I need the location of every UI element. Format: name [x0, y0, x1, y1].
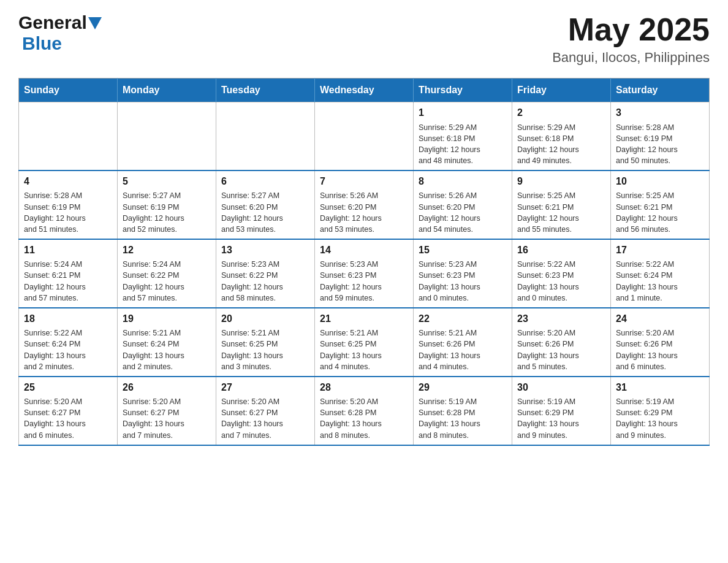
calendar-week-row: 11Sunrise: 5:24 AMSunset: 6:21 PMDayligh… [19, 239, 710, 308]
day-info: Sunrise: 5:24 AMSunset: 6:21 PMDaylight:… [24, 259, 112, 304]
day-number: 5 [123, 175, 211, 188]
calendar-day-cell: 28Sunrise: 5:20 AMSunset: 6:28 PMDayligh… [315, 377, 414, 445]
day-info: Sunrise: 5:22 AMSunset: 6:23 PMDaylight:… [517, 259, 605, 304]
empty-cell [315, 102, 414, 170]
calendar-day-cell: 12Sunrise: 5:24 AMSunset: 6:22 PMDayligh… [118, 239, 216, 308]
day-info: Sunrise: 5:27 AMSunset: 6:20 PMDaylight:… [221, 190, 309, 235]
column-header-wednesday: Wednesday [315, 79, 414, 102]
calendar-day-cell: 8Sunrise: 5:26 AMSunset: 6:20 PMDaylight… [414, 170, 512, 239]
calendar-day-cell: 25Sunrise: 5:20 AMSunset: 6:27 PMDayligh… [19, 377, 118, 445]
column-header-friday: Friday [512, 79, 611, 102]
calendar-day-cell: 26Sunrise: 5:20 AMSunset: 6:27 PMDayligh… [118, 377, 216, 445]
day-number: 21 [320, 312, 408, 326]
day-number: 15 [419, 243, 507, 257]
calendar-day-cell: 4Sunrise: 5:28 AMSunset: 6:19 PMDaylight… [19, 170, 118, 239]
logo: General Blue [18, 12, 102, 54]
calendar-day-cell: 10Sunrise: 5:25 AMSunset: 6:21 PMDayligh… [611, 170, 710, 239]
day-number: 4 [24, 175, 112, 188]
calendar-day-cell: 7Sunrise: 5:26 AMSunset: 6:20 PMDaylight… [315, 170, 414, 239]
day-info: Sunrise: 5:25 AMSunset: 6:21 PMDaylight:… [517, 190, 605, 235]
day-number: 29 [419, 381, 507, 394]
column-header-saturday: Saturday [611, 79, 710, 102]
svg-marker-0 [88, 17, 102, 29]
day-number: 13 [221, 243, 309, 257]
day-number: 24 [616, 312, 704, 326]
day-number: 26 [123, 381, 211, 394]
day-number: 16 [517, 243, 605, 257]
column-header-thursday: Thursday [414, 79, 512, 102]
day-info: Sunrise: 5:20 AMSunset: 6:27 PMDaylight:… [24, 396, 112, 441]
day-number: 30 [517, 381, 605, 394]
day-number: 7 [320, 175, 408, 188]
day-number: 3 [616, 106, 704, 120]
column-header-tuesday: Tuesday [216, 79, 315, 102]
empty-cell [118, 102, 216, 170]
calendar-day-cell: 22Sunrise: 5:21 AMSunset: 6:26 PMDayligh… [414, 308, 512, 377]
page-header: General Blue May 2025 Bangui, Ilocos, Ph… [18, 12, 710, 66]
day-info: Sunrise: 5:28 AMSunset: 6:19 PMDaylight:… [24, 190, 112, 235]
logo-blue-text: Blue [20, 33, 62, 54]
calendar-week-row: 25Sunrise: 5:20 AMSunset: 6:27 PMDayligh… [19, 377, 710, 445]
day-info: Sunrise: 5:20 AMSunset: 6:28 PMDaylight:… [320, 396, 408, 441]
day-number: 19 [123, 312, 211, 326]
day-info: Sunrise: 5:26 AMSunset: 6:20 PMDaylight:… [419, 190, 507, 235]
calendar-day-cell: 5Sunrise: 5:27 AMSunset: 6:19 PMDaylight… [118, 170, 216, 239]
logo-triangle-icon [88, 17, 102, 31]
calendar-day-cell: 21Sunrise: 5:21 AMSunset: 6:25 PMDayligh… [315, 308, 414, 377]
calendar-week-row: 1Sunrise: 5:29 AMSunset: 6:18 PMDaylight… [19, 102, 710, 170]
day-info: Sunrise: 5:21 AMSunset: 6:25 PMDaylight:… [320, 327, 408, 372]
day-info: Sunrise: 5:23 AMSunset: 6:22 PMDaylight:… [221, 259, 309, 304]
day-info: Sunrise: 5:21 AMSunset: 6:25 PMDaylight:… [221, 327, 309, 372]
calendar-day-cell: 13Sunrise: 5:23 AMSunset: 6:22 PMDayligh… [216, 239, 315, 308]
day-info: Sunrise: 5:24 AMSunset: 6:22 PMDaylight:… [123, 259, 211, 304]
day-number: 18 [24, 312, 112, 326]
calendar-day-cell: 31Sunrise: 5:19 AMSunset: 6:29 PMDayligh… [611, 377, 710, 445]
calendar-week-row: 18Sunrise: 5:22 AMSunset: 6:24 PMDayligh… [19, 308, 710, 377]
day-number: 31 [616, 381, 704, 394]
calendar-day-cell: 16Sunrise: 5:22 AMSunset: 6:23 PMDayligh… [512, 239, 611, 308]
calendar-day-cell: 11Sunrise: 5:24 AMSunset: 6:21 PMDayligh… [19, 239, 118, 308]
empty-cell [19, 102, 118, 170]
day-number: 11 [24, 243, 112, 257]
day-number: 14 [320, 243, 408, 257]
day-info: Sunrise: 5:22 AMSunset: 6:24 PMDaylight:… [616, 259, 704, 304]
day-info: Sunrise: 5:20 AMSunset: 6:27 PMDaylight:… [221, 396, 309, 441]
calendar-day-cell: 17Sunrise: 5:22 AMSunset: 6:24 PMDayligh… [611, 239, 710, 308]
day-number: 6 [221, 175, 309, 188]
day-info: Sunrise: 5:25 AMSunset: 6:21 PMDaylight:… [616, 190, 704, 235]
calendar-day-cell: 29Sunrise: 5:19 AMSunset: 6:28 PMDayligh… [414, 377, 512, 445]
title-area: May 2025 Bangui, Ilocos, Philippines [552, 12, 710, 66]
day-info: Sunrise: 5:26 AMSunset: 6:20 PMDaylight:… [320, 190, 408, 235]
calendar-day-cell: 23Sunrise: 5:20 AMSunset: 6:26 PMDayligh… [512, 308, 611, 377]
calendar-week-row: 4Sunrise: 5:28 AMSunset: 6:19 PMDaylight… [19, 170, 710, 239]
day-number: 23 [517, 312, 605, 326]
day-info: Sunrise: 5:21 AMSunset: 6:24 PMDaylight:… [123, 327, 211, 372]
day-info: Sunrise: 5:20 AMSunset: 6:27 PMDaylight:… [123, 396, 211, 441]
day-info: Sunrise: 5:22 AMSunset: 6:24 PMDaylight:… [24, 327, 112, 372]
calendar-day-cell: 2Sunrise: 5:29 AMSunset: 6:18 PMDaylight… [512, 102, 611, 170]
day-info: Sunrise: 5:19 AMSunset: 6:29 PMDaylight:… [616, 396, 704, 441]
calendar-day-cell: 18Sunrise: 5:22 AMSunset: 6:24 PMDayligh… [19, 308, 118, 377]
column-header-monday: Monday [118, 79, 216, 102]
day-number: 17 [616, 243, 704, 257]
day-info: Sunrise: 5:21 AMSunset: 6:26 PMDaylight:… [419, 327, 507, 372]
day-number: 28 [320, 381, 408, 394]
location-subtitle: Bangui, Ilocos, Philippines [552, 50, 710, 66]
day-info: Sunrise: 5:20 AMSunset: 6:26 PMDaylight:… [616, 327, 704, 372]
day-number: 22 [419, 312, 507, 326]
day-number: 27 [221, 381, 309, 394]
day-info: Sunrise: 5:23 AMSunset: 6:23 PMDaylight:… [419, 259, 507, 304]
calendar-header-row: SundayMondayTuesdayWednesdayThursdayFrid… [19, 79, 710, 102]
day-number: 10 [616, 175, 704, 188]
calendar-day-cell: 1Sunrise: 5:29 AMSunset: 6:18 PMDaylight… [414, 102, 512, 170]
calendar-day-cell: 20Sunrise: 5:21 AMSunset: 6:25 PMDayligh… [216, 308, 315, 377]
day-number: 2 [517, 106, 605, 120]
day-info: Sunrise: 5:27 AMSunset: 6:19 PMDaylight:… [123, 190, 211, 235]
calendar-day-cell: 27Sunrise: 5:20 AMSunset: 6:27 PMDayligh… [216, 377, 315, 445]
day-info: Sunrise: 5:29 AMSunset: 6:18 PMDaylight:… [419, 122, 507, 167]
calendar-day-cell: 19Sunrise: 5:21 AMSunset: 6:24 PMDayligh… [118, 308, 216, 377]
day-info: Sunrise: 5:19 AMSunset: 6:28 PMDaylight:… [419, 396, 507, 441]
day-number: 12 [123, 243, 211, 257]
day-number: 9 [517, 175, 605, 188]
empty-cell [216, 102, 315, 170]
